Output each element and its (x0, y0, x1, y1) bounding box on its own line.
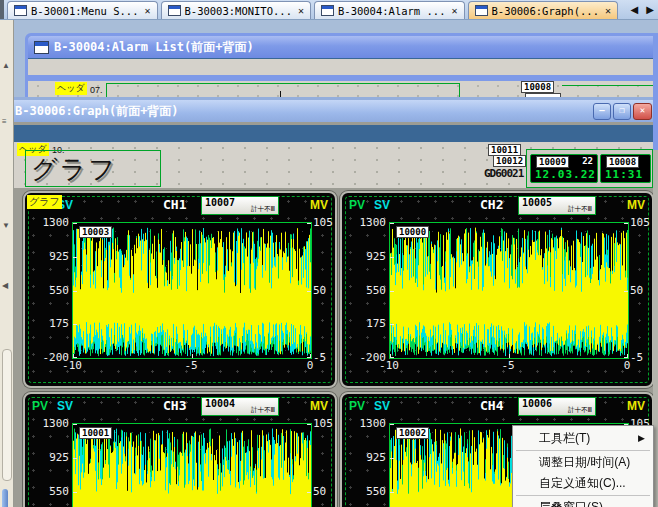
address-subtext: 計十不Ⅲ (568, 205, 592, 214)
y-axis-left-tick: 925 (344, 250, 386, 263)
sv-label: SV (57, 399, 73, 413)
app-workspace: B-30001:Menu S... ✕ B-30003:MONITO... ✕ … (0, 0, 658, 507)
mv-label: MV (627, 198, 645, 212)
grip-icon: ≡ (2, 117, 7, 126)
mv-label: MV (310, 198, 328, 212)
window-icon (34, 41, 49, 54)
screen-tab[interactable]: B-30006:Graph(... ✕ (468, 1, 619, 19)
tab-close-icon[interactable]: ✕ (605, 5, 611, 16)
y-axis-right-tick: 105 (313, 216, 333, 229)
tab-close-icon[interactable]: ✕ (298, 5, 304, 16)
pv-label: PV (349, 198, 365, 212)
plot-area: 10000 (389, 222, 629, 359)
window-icon (14, 5, 27, 16)
close-icon[interactable]: ✕ (633, 103, 652, 120)
channel-title: CH2 (480, 197, 503, 212)
menu-separator (516, 495, 650, 496)
y-axis-left-tick: 175 (27, 317, 69, 330)
address-subtext: 計十不Ⅲ (251, 205, 275, 214)
screen-tab[interactable]: B-30004:Alarm ... ✕ (314, 1, 465, 19)
address-value: 10005 (522, 197, 552, 208)
scroll-up-icon[interactable]: ▲ (2, 61, 10, 70)
y-axis-left-tick: 550 (27, 485, 69, 498)
clock-group-box: 10009 22 12.03.22 10008 11:31 (526, 149, 653, 188)
pv-label: PV (349, 399, 365, 413)
y-axis-left-tick: 550 (27, 284, 69, 297)
plot-area: 10001 (72, 423, 312, 507)
submenu-arrow-icon: ▶ (638, 428, 645, 449)
address-box: 10004 計十不Ⅲ (201, 397, 279, 416)
graph-panel[interactable]: PV SV CH1 10007 計十不Ⅲ MV グラフ 10003 130092… (23, 191, 337, 388)
screen-tab-bar: B-30001:Menu S... ✕ B-30003:MONITO... ✕ … (0, 0, 658, 20)
x-axis-tick: 0 (290, 359, 330, 372)
y-axis-right-tick: 105 (630, 216, 650, 229)
x-axis-tick: -10 (369, 359, 409, 372)
tab-label: B-30006:Graph(... (492, 5, 599, 17)
y-axis-left-tick: 175 (344, 317, 386, 330)
window-icon (321, 5, 334, 16)
minimize-icon[interactable]: — (593, 103, 611, 120)
screen-tab[interactable]: B-30001:Menu S... ✕ (7, 1, 158, 19)
collapse-icon[interactable]: ◀ (2, 281, 8, 290)
scroll-down-icon[interactable]: ▼ (2, 221, 10, 230)
b30006-title: B-30006:Graph(前面+背面) (15, 103, 179, 120)
header-tag-suffix: 07. (90, 85, 103, 95)
time-display: 10008 11:31 (600, 154, 651, 183)
y-axis-left-tick: 550 (344, 485, 386, 498)
date-corner-value: 22 (582, 156, 593, 166)
y-axis-right-tick: 50 (630, 284, 643, 297)
side-scrollbar[interactable] (2, 349, 12, 481)
address-box: 10007 計十不Ⅲ (201, 196, 279, 215)
address-label: 10012 (493, 155, 526, 167)
menu-item[interactable]: 工具栏(T)▶ (513, 428, 653, 449)
y-axis-left-tick: 1300 (344, 417, 386, 430)
graph-panel[interactable]: PV SV CH3 10004 計十不Ⅲ MV 10001 1300925550… (23, 392, 337, 507)
tab-close-icon[interactable]: ✕ (451, 5, 457, 16)
docked-side-panel[interactable]: ▲ ≡ ▼ ◀ (0, 19, 14, 507)
context-menu: 工具栏(T)▶调整日期/时间(A)自定义通知(C)...层叠窗口(S) (512, 425, 654, 507)
channel-title: CH4 (480, 398, 503, 413)
tab-scroll-right-icon[interactable]: ▶ (646, 4, 654, 15)
tab-scroll-arrows: ◀ ▶ (631, 4, 654, 15)
side-thumb[interactable] (2, 489, 8, 507)
plot-address-label: 10002 (396, 427, 429, 439)
address-value: 10006 (522, 398, 552, 409)
y-axis-left-tick: 925 (27, 250, 69, 263)
y-axis-left-tick: 1300 (27, 417, 69, 430)
header-object-tag: ヘッダ (55, 82, 87, 95)
menu-separator (516, 450, 650, 451)
b30006-title-bar[interactable]: B-30006:Graph(前面+背面) — ❐ ✕ (11, 100, 656, 122)
address-box: 10006 計十不Ⅲ (518, 397, 596, 416)
screen-tab[interactable]: B-30003:MONITO... ✕ (161, 1, 312, 19)
x-axis-tick: 0 (607, 359, 647, 372)
address-label: 10008 (521, 81, 554, 93)
y-axis-left-tick: 1300 (27, 216, 69, 229)
tab-label: B-30003:MONITO... (185, 5, 292, 17)
y-axis-left-tick: 925 (27, 451, 69, 464)
channel-title: CH3 (163, 398, 186, 413)
tab-label: B-30004:Alarm ... (338, 5, 445, 17)
screen-title-box: グラフ (25, 150, 161, 187)
date-value: 12.03.22 (535, 168, 596, 181)
menu-item[interactable]: 自定义通知(C)... (513, 473, 653, 494)
window-icon (475, 5, 488, 16)
y-axis-right-tick: 105 (313, 417, 333, 430)
b30004-title-bar[interactable]: B-30004:Alarm List(前面+背面) (28, 36, 658, 58)
menu-item[interactable]: 调整日期/时间(A) (513, 452, 653, 473)
date-display: 10009 22 12.03.22 (530, 154, 598, 183)
b30004-title: B-30004:Alarm List(前面+背面) (54, 39, 254, 56)
device-label: GD60021 (484, 167, 523, 180)
address-value: 10007 (205, 197, 235, 208)
plot-area: 10003 (72, 222, 312, 359)
maximize-icon[interactable]: ❐ (613, 103, 631, 120)
menu-item[interactable]: 层叠窗口(S) (513, 497, 653, 507)
y-axis-left-tick: 550 (344, 284, 386, 297)
graph-panel[interactable]: PV SV CH2 10005 計十不Ⅲ MV 10000 1300925550… (340, 191, 654, 388)
address-label: 10009 (536, 156, 569, 168)
mv-label: MV (310, 399, 328, 413)
y-axis-left-tick: 925 (344, 451, 386, 464)
tab-scroll-left-icon[interactable]: ◀ (631, 4, 639, 15)
tab-close-icon[interactable]: ✕ (144, 5, 150, 16)
graph-object-tag: グラフ (27, 195, 62, 209)
x-axis-tick: -5 (488, 359, 528, 372)
